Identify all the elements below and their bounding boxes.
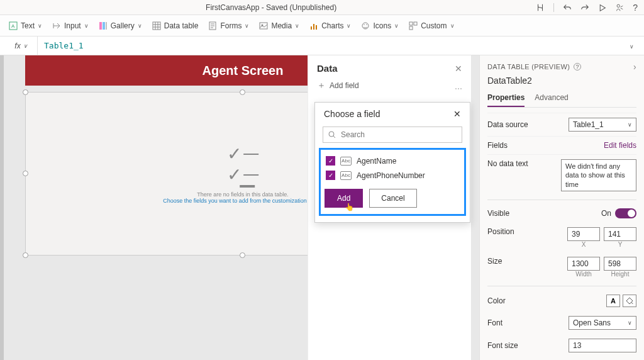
fx-label[interactable]: fx∨ bbox=[5, 37, 38, 55]
add-field-button[interactable]: ＋ Add field bbox=[317, 80, 462, 91]
prop-position-label: Position bbox=[487, 227, 514, 236]
tab-properties[interactable]: Properties bbox=[487, 91, 525, 107]
height-input[interactable]: 598 bbox=[604, 257, 636, 271]
plus-icon: ＋ bbox=[317, 80, 326, 91]
svg-rect-10 bbox=[311, 26, 312, 30]
popup-title: Choose a field bbox=[324, 109, 380, 119]
play-icon[interactable] bbox=[598, 3, 606, 12]
add-field-label: Add field bbox=[330, 81, 359, 90]
search-icon bbox=[328, 131, 336, 138]
svg-rect-17 bbox=[414, 22, 417, 25]
title-bar: FirstCanvasApp - Saved (Unpublished) ? bbox=[0, 0, 644, 15]
more-icon[interactable]: ⋯ bbox=[455, 84, 462, 93]
svg-point-14 bbox=[364, 24, 365, 25]
ribbon-icons[interactable]: Icons∨ bbox=[361, 21, 399, 30]
share-icon[interactable] bbox=[615, 3, 624, 13]
highlight-box: ✓ Abc AgentName ✓ Abc AgentPhoneNumber A… bbox=[319, 148, 466, 216]
prop-visible-value: On bbox=[601, 209, 611, 218]
svg-point-15 bbox=[367, 24, 368, 25]
field-search-box[interactable] bbox=[323, 127, 462, 143]
empty-text-1: There are no fields in this data table. bbox=[163, 191, 323, 198]
svg-text:A: A bbox=[11, 23, 15, 29]
width-input[interactable]: 1300 bbox=[567, 257, 600, 271]
data-panel-close-icon[interactable]: ✕ bbox=[455, 64, 462, 74]
field-search-input[interactable] bbox=[340, 130, 457, 140]
field-name: AgentPhoneNumber bbox=[357, 171, 425, 180]
cancel-button[interactable]: Cancel bbox=[369, 189, 416, 208]
fontsize-input[interactable]: 13 bbox=[569, 339, 636, 352]
text-type-icon: Abc bbox=[340, 171, 352, 180]
field-row-agentname[interactable]: ✓ Abc AgentName bbox=[325, 154, 460, 168]
canvas-area: Agent Screen ✓ ✓ There bbox=[0, 55, 479, 360]
y-label: Y bbox=[604, 241, 636, 248]
ribbon-datatable[interactable]: Data table bbox=[152, 21, 199, 30]
formula-input[interactable]: Table1_1 bbox=[38, 41, 624, 50]
resize-handle[interactable] bbox=[23, 252, 28, 258]
help-icon[interactable]: ? bbox=[633, 3, 638, 13]
ribbon-forms[interactable]: Forms∨ bbox=[208, 21, 249, 30]
edit-fields-link[interactable]: Edit fields bbox=[604, 141, 636, 150]
x-label: X bbox=[567, 241, 600, 248]
ribbon-text[interactable]: A Text∨ bbox=[9, 21, 42, 30]
undo-icon[interactable] bbox=[563, 3, 572, 13]
field-name: AgentName bbox=[357, 157, 396, 166]
prop-fontsize-label: Font size bbox=[487, 341, 518, 350]
redo-icon[interactable] bbox=[580, 3, 589, 13]
ribbon-media[interactable]: Media∨ bbox=[259, 21, 299, 30]
screen-title: Agent Screen bbox=[203, 64, 284, 78]
info-icon[interactable]: ? bbox=[574, 63, 581, 70]
prop-size-label: Size bbox=[487, 257, 502, 266]
datatable-empty-state: ✓ ✓ There are no fields in this data tab… bbox=[163, 143, 323, 204]
prop-color-label: Color bbox=[487, 296, 506, 305]
app-checker-icon[interactable] bbox=[536, 3, 545, 13]
tab-advanced[interactable]: Advanced bbox=[535, 91, 568, 107]
font-color-swatch[interactable]: A bbox=[606, 295, 620, 307]
resize-handle[interactable] bbox=[23, 171, 28, 176]
empty-text-2[interactable]: Choose the fields you want to add from t… bbox=[163, 198, 323, 204]
ribbon-gallery[interactable]: Gallery∨ bbox=[99, 21, 142, 30]
empty-list-icon: ✓ ✓ bbox=[163, 143, 323, 188]
ribbon-input[interactable]: Input∨ bbox=[52, 21, 89, 30]
svg-rect-16 bbox=[409, 22, 413, 25]
svg-rect-12 bbox=[316, 25, 317, 30]
cursor-hand-icon: 👆 bbox=[345, 203, 354, 211]
position-x-input[interactable]: 39 bbox=[567, 227, 600, 241]
divider bbox=[553, 3, 554, 12]
svg-rect-6 bbox=[153, 22, 160, 30]
ribbon-custom[interactable]: Custom∨ bbox=[409, 21, 454, 30]
resize-handle[interactable] bbox=[240, 252, 245, 258]
prop-datasource-label: Data source bbox=[487, 120, 528, 129]
width-label: Width bbox=[567, 271, 600, 278]
popup-close-icon[interactable]: ✕ bbox=[453, 109, 461, 119]
choose-field-popup: Choose a field ✕ ✓ Abc AgentName ✓ Abc A… bbox=[314, 102, 470, 223]
svg-rect-4 bbox=[103, 22, 105, 30]
ribbon-charts[interactable]: Charts∨ bbox=[309, 21, 351, 30]
fill-color-swatch[interactable] bbox=[623, 295, 636, 307]
insert-ribbon: A Text∨ Input∨ Gallery∨ Data table Forms… bbox=[0, 15, 644, 37]
text-type-icon: Abc bbox=[340, 157, 352, 166]
field-row-agentphone[interactable]: ✓ Abc AgentPhoneNumber bbox=[325, 168, 460, 183]
svg-rect-3 bbox=[99, 22, 102, 30]
checkbox-checked-icon[interactable]: ✓ bbox=[326, 171, 335, 180]
prop-nodata-input[interactable]: We didn't find any data to show at this … bbox=[561, 159, 636, 191]
formula-bar: fx∨ Table1_1 ∨ bbox=[0, 37, 644, 55]
prop-font-label: Font bbox=[487, 318, 502, 327]
prop-fields-label: Fields bbox=[487, 141, 508, 150]
position-y-input[interactable]: 141 bbox=[604, 227, 636, 241]
font-select[interactable]: Open Sans∨ bbox=[569, 316, 636, 330]
chevron-right-icon[interactable]: › bbox=[633, 62, 636, 72]
svg-point-19 bbox=[329, 132, 334, 137]
checkbox-checked-icon[interactable]: ✓ bbox=[326, 156, 335, 166]
prop-visible-label: Visible bbox=[487, 209, 509, 218]
add-button[interactable]: Add bbox=[325, 189, 363, 208]
control-name: DataTable2 bbox=[487, 76, 636, 86]
visible-toggle[interactable] bbox=[615, 208, 636, 218]
svg-rect-5 bbox=[106, 22, 107, 30]
data-panel-title: Data bbox=[317, 63, 338, 74]
formula-expand-icon[interactable]: ∨ bbox=[624, 42, 639, 50]
prop-datasource-select[interactable]: Table1_1∨ bbox=[569, 118, 636, 132]
resize-handle[interactable] bbox=[23, 89, 28, 95]
resize-handle[interactable] bbox=[240, 89, 245, 95]
properties-panel: DATA TABLE (PREVIEW) ? › DataTable2 Prop… bbox=[479, 55, 644, 360]
svg-point-0 bbox=[617, 4, 619, 7]
